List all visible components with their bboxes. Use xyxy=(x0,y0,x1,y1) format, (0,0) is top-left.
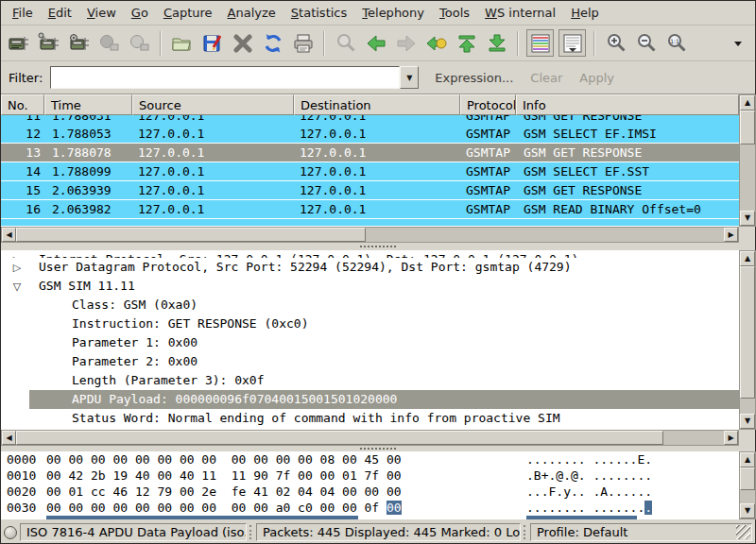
packet-row[interactable]: 12 1.788053 127.0.0.1 127.0.0.1 GSMTAP G… xyxy=(1,125,739,143)
column-header[interactable]: Destination xyxy=(294,94,460,115)
column-header[interactable]: Protocol xyxy=(460,94,516,115)
detail-row[interactable]: Instruction: GET RESPONSE (0xc0) xyxy=(1,314,739,333)
divider-grip[interactable] xyxy=(360,448,396,450)
packet-row[interactable]: 15 2.063939 127.0.0.1 127.0.0.1 GSMTAP G… xyxy=(1,181,739,199)
detail-row[interactable]: ▷User Datagram Protocol, Src Port: 52294… xyxy=(1,258,739,277)
scroll-up-icon[interactable]: ▲ xyxy=(740,95,755,110)
divider-grip[interactable] xyxy=(360,246,396,247)
vscroll-thumb[interactable] xyxy=(740,468,755,490)
scroll-right-icon[interactable]: ▶ xyxy=(724,431,738,445)
packet-row[interactable]: 16 2.063982 127.0.0.1 127.0.0.1 GSMTAP G… xyxy=(1,200,739,218)
detail-row[interactable]: Status Word: Normal ending of command wi… xyxy=(1,409,739,428)
scroll-left-icon[interactable]: ◀ xyxy=(2,228,16,242)
filter-bar: Filter: ▼ Expression... Clear Apply xyxy=(1,61,755,94)
menu-item[interactable]: Analyze xyxy=(220,2,284,24)
scroll-down-icon[interactable]: ▼ xyxy=(740,211,755,226)
expander-icon[interactable]: ▷ xyxy=(9,251,26,258)
packet-list-header: No.TimeSourceDestinationProtocolInfo xyxy=(1,94,739,115)
column-header[interactable]: Time xyxy=(44,94,132,115)
filter-dropdown-icon[interactable]: ▼ xyxy=(400,66,419,89)
go-last-icon[interactable] xyxy=(482,28,511,58)
menu-item[interactable]: Help xyxy=(563,2,607,24)
clear-button[interactable]: Clear xyxy=(522,71,571,85)
detail-row[interactable]: APDU Payload: 000000096f0704001500150102… xyxy=(1,390,739,409)
go-back-icon[interactable] xyxy=(361,28,390,58)
save-capture-icon[interactable] xyxy=(198,28,227,58)
detail-row[interactable]: Parameter 2: 0x00 xyxy=(1,352,739,371)
detail-row[interactable]: Parameter 1: 0x00 xyxy=(1,333,739,352)
details-hscrollbar[interactable]: ◀ ▶ xyxy=(1,430,739,446)
scroll-down-icon[interactable]: ▼ xyxy=(740,503,755,518)
capture-stop-icon[interactable] xyxy=(94,28,124,58)
filter-input[interactable] xyxy=(50,66,400,89)
packet-row[interactable]: 14 1.788099 127.0.0.1 127.0.0.1 GSMTAP G… xyxy=(1,162,739,180)
expander-icon[interactable]: ▽ xyxy=(9,278,26,297)
expert-info-icon[interactable] xyxy=(4,526,17,539)
go-first-icon[interactable] xyxy=(452,28,481,58)
auto-scroll-icon[interactable] xyxy=(558,29,586,57)
column-header[interactable]: Source xyxy=(132,94,294,115)
print-icon[interactable] xyxy=(288,28,318,58)
vscroll-thumb[interactable] xyxy=(740,266,755,399)
packet-list-vscrollbar[interactable]: ▲ ▼ xyxy=(739,94,756,227)
menu-item[interactable]: Capture xyxy=(156,2,220,24)
zoom-normal-icon[interactable]: 1:1 xyxy=(662,28,691,58)
capture-start-icon[interactable] xyxy=(64,28,94,58)
menu-item[interactable]: Tools xyxy=(432,2,477,24)
column-header[interactable]: No. xyxy=(1,94,44,115)
menu-item[interactable]: Telephony xyxy=(354,2,432,24)
capture-restart-icon[interactable] xyxy=(125,28,154,58)
capture-options-icon[interactable] xyxy=(34,28,63,58)
zoom-in-icon[interactable] xyxy=(601,28,630,58)
hex-vscrollbar[interactable]: ▲ ▼ xyxy=(739,451,756,519)
find-packet-icon[interactable] xyxy=(331,28,360,58)
statusbar-grip[interactable] xyxy=(524,525,527,539)
hscroll-thumb[interactable] xyxy=(16,228,366,242)
toolbar-overflow-icon[interactable] xyxy=(723,28,752,58)
hex-row[interactable]: 0030 00 00 00 00 00 00 00 00 00 00 a0 c0… xyxy=(1,500,739,516)
hex-row[interactable]: 0020 00 01 cc 46 12 79 00 2e fe 41 02 04… xyxy=(1,484,739,500)
close-capture-icon[interactable] xyxy=(228,28,257,58)
menu-item[interactable]: Edit xyxy=(41,2,79,24)
statusbar-grip[interactable] xyxy=(249,525,253,539)
packet-list-hscrollbar[interactable]: ◀ ▶ xyxy=(1,227,739,243)
zoom-out-icon[interactable] xyxy=(631,28,661,58)
scroll-up-icon[interactable]: ▲ xyxy=(740,251,755,266)
vscroll-thumb[interactable] xyxy=(740,110,755,144)
reload-capture-icon[interactable] xyxy=(258,28,287,58)
scroll-left-icon[interactable]: ◀ xyxy=(2,431,16,445)
detail-row[interactable]: ▷Internet Protocol, Src: 127.0.0.1 (127.… xyxy=(1,250,739,258)
menu-item[interactable]: Statistics xyxy=(284,2,354,24)
packet-details: ▷Internet Protocol, Src: 127.0.0.1 (127.… xyxy=(1,250,739,430)
details-vscrollbar[interactable]: ▲ ▼ xyxy=(739,250,756,430)
colorize-icon[interactable] xyxy=(526,29,554,57)
scroll-down-icon[interactable]: ▼ xyxy=(740,414,755,429)
hex-row[interactable]: 0010 00 42 2b 19 40 00 40 11 11 90 7f 00… xyxy=(1,468,739,484)
packet-row[interactable]: 13 1.788078 127.0.0.1 127.0.0.1 GSMTAP G… xyxy=(1,144,739,162)
go-to-packet-icon[interactable] xyxy=(421,28,451,58)
detail-row[interactable]: Class: GSM (0xa0) xyxy=(1,296,739,314)
column-header[interactable]: Info xyxy=(516,94,739,115)
go-forward-icon[interactable] xyxy=(391,28,421,58)
detail-row[interactable]: Length (Parameter 3): 0x0f xyxy=(1,371,739,390)
list-interfaces-icon[interactable] xyxy=(4,28,33,58)
open-capture-icon[interactable] xyxy=(167,28,197,58)
selected-ascii-char: . xyxy=(644,501,652,515)
expression-button[interactable]: Expression... xyxy=(426,71,522,85)
menu-item[interactable]: View xyxy=(79,2,124,24)
apply-button[interactable]: Apply xyxy=(571,71,623,85)
main-toolbar: 1:1 xyxy=(1,26,755,61)
hex-row[interactable]: 0000 00 00 00 00 00 00 00 00 00 00 00 00… xyxy=(1,451,739,468)
expander-icon[interactable]: ▷ xyxy=(9,259,26,278)
window-resize-grip[interactable] xyxy=(736,525,750,539)
packet-row-clipped[interactable]: 11 1.788031 127.0.0.1 127.0.0.1 GSMTAP G… xyxy=(1,115,739,125)
scroll-right-icon[interactable]: ▶ xyxy=(724,228,738,242)
scroll-up-icon[interactable]: ▲ xyxy=(740,452,755,468)
hscroll-thumb[interactable] xyxy=(16,431,663,445)
detail-row[interactable]: ▽GSM SIM 11.11 xyxy=(1,277,739,296)
menu-item[interactable]: Go xyxy=(124,2,156,24)
menu-item[interactable]: WS internal xyxy=(477,2,563,24)
menu-item[interactable]: File xyxy=(5,2,41,24)
status-packet-counts: Packets: 445 Displayed: 445 Marked: 0 Lo… xyxy=(256,523,521,541)
pane-divider[interactable] xyxy=(1,243,755,250)
